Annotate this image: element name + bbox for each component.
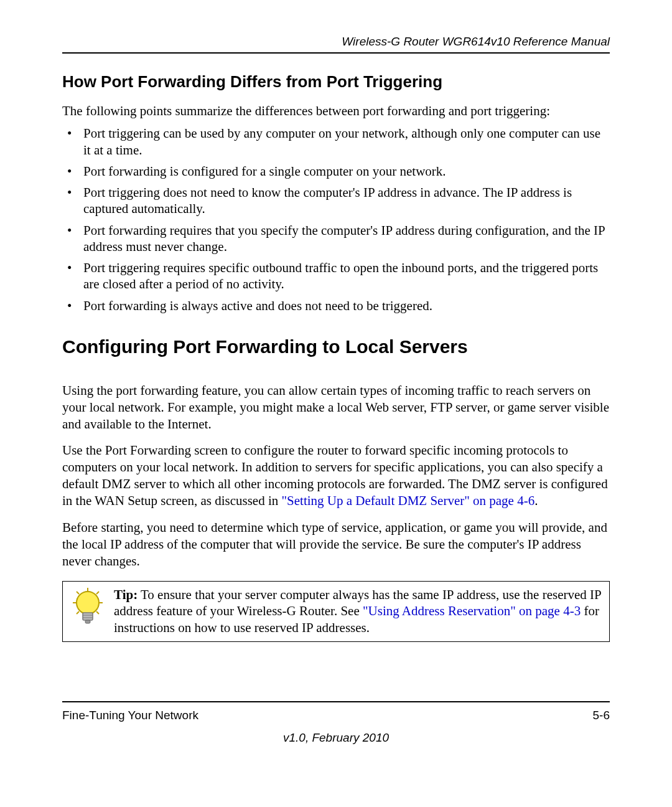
page-footer: Fine-Tuning Your Network 5-6 v1.0, Febru… bbox=[62, 701, 610, 745]
tip-label: Tip: bbox=[114, 587, 138, 602]
svg-rect-11 bbox=[85, 620, 90, 623]
page: Wireless-G Router WGR614v10 Reference Ma… bbox=[0, 0, 672, 807]
list-item: Port forwarding is always active and doe… bbox=[62, 298, 610, 314]
footer-version: v1.0, February 2010 bbox=[62, 731, 610, 745]
section-heading-configuring: Configuring Port Forwarding to Local Ser… bbox=[62, 336, 610, 357]
footer-line: Fine-Tuning Your Network 5-6 bbox=[62, 701, 610, 722]
svg-line-3 bbox=[96, 592, 99, 594]
footer-page-number: 5-6 bbox=[593, 709, 610, 722]
header-title: Wireless-G Router WGR614v10 Reference Ma… bbox=[62, 35, 610, 49]
section2-para2: Use the Port Forwarding screen to config… bbox=[62, 442, 610, 509]
list-item: Port triggering does not need to know th… bbox=[62, 184, 610, 217]
section2-para3: Before starting, you need to determine w… bbox=[62, 519, 610, 570]
svg-line-2 bbox=[77, 592, 79, 594]
dmz-server-link[interactable]: "Setting Up a Default DMZ Server" on pag… bbox=[281, 493, 534, 508]
section1-intro: The following points summarize the diffe… bbox=[62, 103, 610, 119]
list-item: Port forwarding requires that you specif… bbox=[62, 222, 610, 255]
para2-text-post: . bbox=[534, 493, 538, 508]
list-item: Port triggering requires specific outbou… bbox=[62, 260, 610, 293]
svg-line-7 bbox=[96, 611, 99, 614]
differences-list: Port triggering can be used by any compu… bbox=[62, 125, 610, 314]
lightbulb-icon bbox=[69, 587, 106, 630]
running-header: Wireless-G Router WGR614v10 Reference Ma… bbox=[62, 35, 610, 54]
section-heading-differs: How Port Forwarding Differs from Port Tr… bbox=[62, 72, 610, 92]
list-item: Port forwarding is configured for a sing… bbox=[62, 163, 610, 179]
svg-point-0 bbox=[77, 592, 99, 614]
section2-para1: Using the port forwarding feature, you c… bbox=[62, 382, 610, 433]
list-item: Port triggering can be used by any compu… bbox=[62, 125, 610, 158]
tip-text: Tip: To ensure that your server computer… bbox=[114, 587, 603, 637]
address-reservation-link[interactable]: "Using Address Reservation" on page 4-3 bbox=[363, 603, 581, 618]
tip-box: Tip: To ensure that your server computer… bbox=[62, 581, 610, 643]
footer-section-title: Fine-Tuning Your Network bbox=[62, 709, 198, 722]
svg-rect-8 bbox=[83, 613, 93, 620]
svg-line-6 bbox=[77, 611, 79, 614]
